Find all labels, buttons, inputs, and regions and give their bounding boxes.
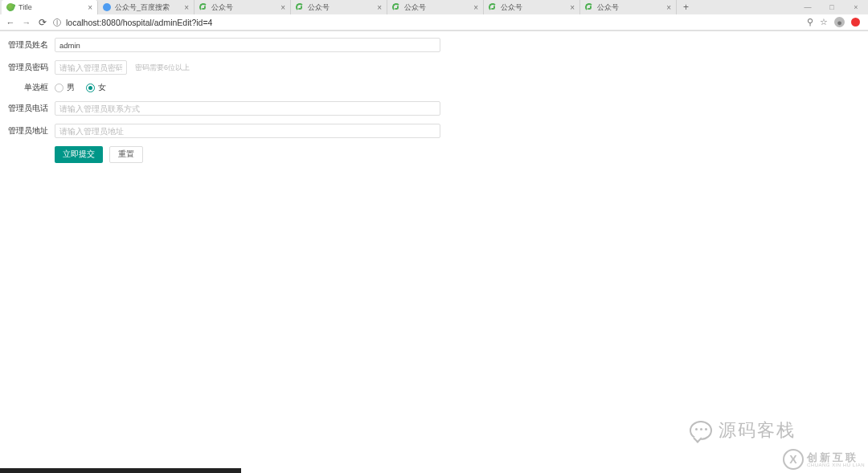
radio-text: 男: [67, 83, 75, 93]
bookmark-star-icon[interactable]: ☆: [820, 17, 828, 27]
close-icon[interactable]: ×: [88, 3, 92, 12]
phone-label: 管理员电话: [8, 104, 48, 114]
row-password: 管理员密码 密码需要6位以上: [8, 60, 860, 75]
close-icon[interactable]: ×: [473, 3, 478, 12]
name-label: 管理员姓名: [8, 40, 48, 51]
tab-gzh-3[interactable]: 公众号 ×: [387, 0, 484, 14]
tab-strip: Title × 公众号_百度搜索 × 公众号 × 公众号 × 公众号 × 公众号…: [0, 0, 868, 14]
minimize-button[interactable]: —: [796, 0, 820, 14]
submit-button[interactable]: 立即提交: [55, 146, 103, 163]
forward-button[interactable]: →: [21, 18, 32, 27]
row-phone: 管理员电话: [8, 101, 860, 116]
gear-icon: [103, 3, 111, 11]
tab-label: 公众号: [308, 2, 374, 13]
radio-male[interactable]: 男: [55, 83, 75, 93]
wechat-watermark: 源码客栈: [690, 418, 796, 442]
tab-label: 公众号: [597, 2, 663, 13]
name-input[interactable]: [55, 38, 440, 52]
tab-label: 公众号: [501, 2, 567, 13]
tab-label: 公众号: [404, 2, 470, 13]
close-window-button[interactable]: ×: [844, 0, 868, 14]
button-row: 立即提交 重置: [8, 146, 860, 163]
tab-label: Title: [18, 3, 84, 11]
logo-cn: 创新互联: [807, 452, 865, 463]
close-icon[interactable]: ×: [280, 3, 285, 12]
watermark-text: 源码客栈: [719, 418, 796, 442]
gender-radio-group: 男 女: [55, 83, 106, 93]
logo-mark-icon: X: [783, 449, 804, 470]
url-input[interactable]: localhost:8080/hospital/adminEdit?id=4: [66, 18, 802, 27]
window-controls: — □ ×: [796, 0, 868, 14]
tab-gzh-2[interactable]: 公众号 ×: [291, 0, 387, 14]
address-input[interactable]: [55, 124, 440, 138]
close-icon[interactable]: ×: [377, 3, 382, 12]
new-tab-button[interactable]: +: [677, 0, 695, 14]
row-name: 管理员姓名: [8, 38, 860, 52]
radio-text: 女: [98, 83, 106, 93]
password-label: 管理员密码: [8, 63, 48, 73]
company-watermark: X 创新互联 CHUANG XIN HU LIAN: [783, 449, 865, 470]
back-button[interactable]: ←: [5, 18, 16, 27]
extension-icon[interactable]: [851, 18, 860, 27]
radio-female[interactable]: 女: [86, 83, 106, 93]
swirl-icon: [489, 3, 497, 11]
tab-label: 公众号_百度搜索: [115, 2, 181, 13]
profile-avatar-icon[interactable]: ●: [834, 17, 845, 27]
search-icon[interactable]: ⚲: [807, 17, 813, 27]
radio-icon: [86, 84, 95, 92]
reset-button[interactable]: 重置: [109, 146, 143, 163]
radio-icon: [55, 84, 63, 92]
tab-title[interactable]: Title ×: [2, 0, 98, 14]
swirl-icon: [392, 3, 400, 11]
tab-gzh-5[interactable]: 公众号 ×: [580, 0, 677, 14]
row-radio: 单选框 男 女: [8, 83, 860, 93]
address-label: 管理员地址: [8, 126, 48, 137]
row-address: 管理员地址: [8, 124, 860, 138]
logo-en: CHUANG XIN HU LIAN: [807, 463, 865, 467]
chat-bubble-icon: [690, 421, 712, 440]
taskbar-fragment: [0, 468, 241, 473]
phone-input[interactable]: [55, 101, 440, 116]
reload-button[interactable]: ⟳: [37, 17, 48, 28]
close-icon[interactable]: ×: [666, 3, 671, 12]
swirl-icon: [296, 3, 304, 11]
maximize-button[interactable]: □: [820, 0, 844, 14]
close-icon[interactable]: ×: [570, 3, 575, 12]
swirl-icon: [199, 3, 207, 11]
tab-gzh-4[interactable]: 公众号 ×: [484, 0, 580, 14]
browser-chrome: — □ × Title × 公众号_百度搜索 × 公众号 × 公众号 × 公众号…: [0, 0, 868, 31]
tab-label: 公众号: [211, 2, 277, 13]
radio-label: 单选框: [8, 83, 48, 93]
logo-text: 创新互联 CHUANG XIN HU LIAN: [807, 452, 865, 467]
toolbar-right: ⚲ ☆ ●: [807, 17, 863, 27]
address-bar: ← → ⟳ i localhost:8080/hospital/adminEdi…: [0, 14, 868, 31]
password-input[interactable]: [55, 60, 127, 75]
admin-edit-form: 管理员姓名 管理员密码 密码需要6位以上 单选框 男 女 管理员电话 管理员地址…: [0, 31, 868, 169]
tab-gzh-1[interactable]: 公众号 ×: [194, 0, 291, 14]
leaf-icon: [6, 2, 16, 13]
site-info-icon[interactable]: i: [53, 18, 61, 27]
password-hint: 密码需要6位以上: [135, 63, 190, 73]
tab-baidu[interactable]: 公众号_百度搜索 ×: [98, 0, 194, 14]
swirl-icon: [585, 3, 593, 11]
close-icon[interactable]: ×: [184, 3, 189, 12]
